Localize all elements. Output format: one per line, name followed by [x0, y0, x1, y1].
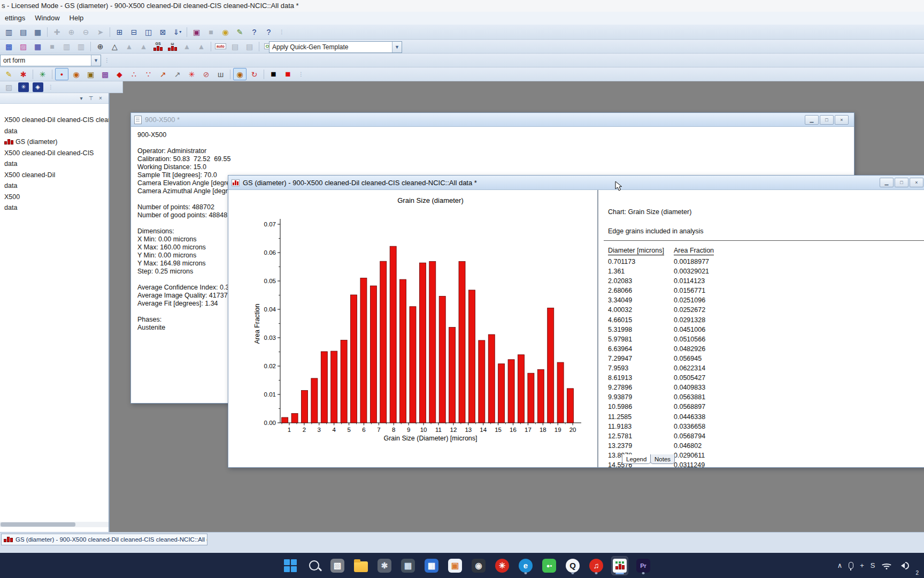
export-image-icon[interactable]: ⇓▾ — [171, 26, 184, 38]
reference-frame-icon[interactable]: ◈ — [31, 81, 44, 93]
tree-item-data[interactable]: data — [0, 126, 109, 137]
ring-dot-selected-icon[interactable]: ◉ — [233, 68, 247, 80]
cleanup-map-icon[interactable]: ▦ — [31, 40, 44, 52]
close-button[interactable]: × — [835, 115, 849, 125]
toolbar-grip[interactable]: ⋮ — [104, 57, 110, 63]
print-icon[interactable]: ▤ — [17, 26, 30, 38]
tree-item-gs-diameter[interactable]: GS (diameter) — [0, 136, 109, 148]
annotate-icon[interactable]: ✎ — [233, 26, 247, 38]
clipped-tool-icon[interactable]: ▨ — [2, 81, 16, 93]
template-tool-3-icon[interactable]: ▤ — [243, 40, 256, 52]
tray-ime-icon[interactable]: S — [871, 561, 875, 569]
tree-item-x500-cleaned-dil-cleaned-cis-cleane[interactable]: X500 cleaned-Dil cleaned-CIS cleane — [0, 115, 109, 126]
tray-clipped-text[interactable]: 2 — [915, 570, 919, 578]
tray-volume-icon[interactable] — [898, 562, 909, 569]
pinwheel-icon[interactable]: ✳ — [36, 68, 49, 80]
store-icon[interactable]: ▣ — [447, 557, 463, 575]
chart-tool-4-icon[interactable]: ▲ — [195, 40, 208, 52]
phone-link-icon[interactable]: ▦ — [424, 557, 440, 575]
maximize-button[interactable]: □ — [820, 115, 834, 125]
menu-ettings[interactable]: ettings — [0, 12, 30, 25]
red-color-swatch[interactable]: ■ — [281, 68, 295, 80]
toolbar-grip[interactable]: ⋮ — [279, 29, 285, 35]
texture-tool-2-icon[interactable]: ▲ — [137, 40, 150, 52]
pane-close-icon[interactable]: × — [97, 95, 104, 102]
tab-legend[interactable]: Legend — [622, 454, 651, 464]
scatter-dot-icon[interactable]: ● — [55, 68, 68, 80]
file-explorer-icon[interactable] — [353, 557, 369, 575]
menu-help[interactable]: Help — [65, 12, 89, 25]
close-button[interactable]: × — [910, 178, 923, 187]
tree-item-x500[interactable]: X500 — [0, 192, 109, 203]
menu-window[interactable]: Window — [30, 12, 64, 25]
tree-item-data[interactable]: data — [0, 158, 109, 170]
maximize-button[interactable]: □ — [895, 178, 908, 187]
toolbar-grip[interactable]: ⋮ — [298, 71, 304, 77]
tree-item-data[interactable]: data — [0, 180, 109, 192]
calculator-icon[interactable]: ▦ — [400, 557, 416, 575]
map-tool-4-icon[interactable]: ■ — [45, 40, 59, 52]
dot-branch-icon[interactable]: ∵ — [142, 68, 155, 80]
toolbar-grip[interactable]: ⋮ — [48, 84, 54, 90]
wechat-icon[interactable]: ●• — [541, 557, 557, 575]
tray-chevron-icon[interactable]: ∧ — [837, 561, 843, 569]
scrollbar-thumb[interactable] — [1, 522, 75, 527]
phase-map-icon[interactable]: ▨ — [17, 40, 30, 52]
tile-horizontal-icon[interactable]: ⊟ — [127, 26, 141, 38]
minimize-button[interactable]: ▁ — [880, 178, 894, 187]
chevron-down-icon[interactable]: ▼ — [392, 42, 402, 52]
radio-app-icon[interactable]: ◉ — [471, 557, 487, 575]
active-chart-tab[interactable]: GS (diameter) - 900-X500 cleaned-Dil cle… — [1, 534, 207, 545]
crystal-symmetry-icon[interactable]: ✳ — [17, 81, 30, 93]
info-window-titlebar[interactable]: 900-X500 * ▁□× — [131, 113, 854, 127]
black-color-swatch[interactable]: ■ — [267, 68, 280, 80]
red-wedge-icon[interactable]: ◆ — [113, 68, 126, 80]
quick-gen-template-combo[interactable]: Apply Quick-Gen Template ▼ — [269, 41, 402, 53]
search-button[interactable] — [306, 557, 322, 575]
pan-icon[interactable]: ✚ — [50, 26, 64, 38]
ipf-map-icon[interactable]: ▩ — [2, 40, 16, 52]
misorientation-chart-icon[interactable]: ω — [166, 40, 179, 52]
chevron-down-icon[interactable]: ▼ — [91, 55, 101, 66]
pane-pin-icon[interactable]: ⊤ — [87, 95, 95, 102]
netease-app-icon[interactable]: ✳ — [494, 557, 510, 575]
map-tool-5-icon[interactable]: ▥ — [60, 40, 73, 52]
grain-size-chart-icon[interactable]: GS — [151, 40, 165, 52]
oim-analysis-icon[interactable] — [612, 557, 628, 575]
ruler-icon[interactable]: ш — [214, 68, 227, 80]
qq-icon[interactable]: Q — [565, 557, 581, 575]
close-all-windows-icon[interactable]: ⊠ — [156, 26, 170, 38]
vector-arrow-icon[interactable]: ↗ — [156, 68, 170, 80]
pointer-icon[interactable]: ➤ — [94, 26, 107, 38]
boxed-dots-icon[interactable]: ▣ — [84, 68, 97, 80]
disabled-tool-icon[interactable]: ■ — [204, 26, 218, 38]
circle-slash-icon[interactable]: ⊘ — [199, 68, 213, 80]
widgets-icon[interactable]: ▧ — [329, 557, 345, 575]
cascade-windows-icon[interactable]: ⊞ — [113, 26, 126, 38]
app-titlebar[interactable]: s - Licensed Mode - GS (diameter) - 900-… — [0, 0, 924, 12]
ring-dot-icon[interactable]: ◉ — [70, 68, 83, 80]
tray-mic-icon[interactable] — [849, 562, 853, 569]
texture-tool-icon[interactable]: ▲ — [122, 40, 136, 52]
pane-menu-icon[interactable]: ▾ — [78, 95, 85, 102]
zoom-in-icon[interactable]: ⊕ — [65, 26, 78, 38]
rotate-dots-icon[interactable]: ↻ — [248, 68, 261, 80]
texture-plot-icon[interactable]: ▣ — [190, 26, 203, 38]
minimize-button[interactable]: ▁ — [805, 115, 819, 125]
netease-music-icon[interactable]: ♫ — [588, 557, 604, 575]
tree-item-x500-cleaned-dil-cleaned-cis[interactable]: X500 cleaned-Dil cleaned-CIS — [0, 148, 109, 159]
template-tool-2-icon[interactable]: ▤ — [228, 40, 242, 52]
inverse-pole-figure-icon[interactable]: △ — [108, 40, 121, 52]
start-button[interactable] — [282, 557, 298, 575]
tile-vertical-icon[interactable]: ◫ — [142, 26, 155, 38]
tray-pen-icon[interactable]: + — [860, 561, 864, 569]
report-view-icon[interactable]: ▦ — [31, 26, 44, 38]
pole-figure-icon[interactable]: ⊕ — [94, 40, 107, 52]
edge-icon[interactable]: e — [518, 557, 534, 575]
small-arrow-icon[interactable]: ↗ — [171, 68, 184, 80]
star-burst-icon[interactable]: ✳ — [185, 68, 198, 80]
tray-wifi-icon[interactable] — [881, 561, 892, 569]
dot-cluster-icon[interactable]: ∴ — [127, 68, 141, 80]
zoom-out-icon[interactable]: ⊖ — [79, 26, 93, 38]
marker-icon[interactable]: ✎ — [2, 68, 16, 80]
